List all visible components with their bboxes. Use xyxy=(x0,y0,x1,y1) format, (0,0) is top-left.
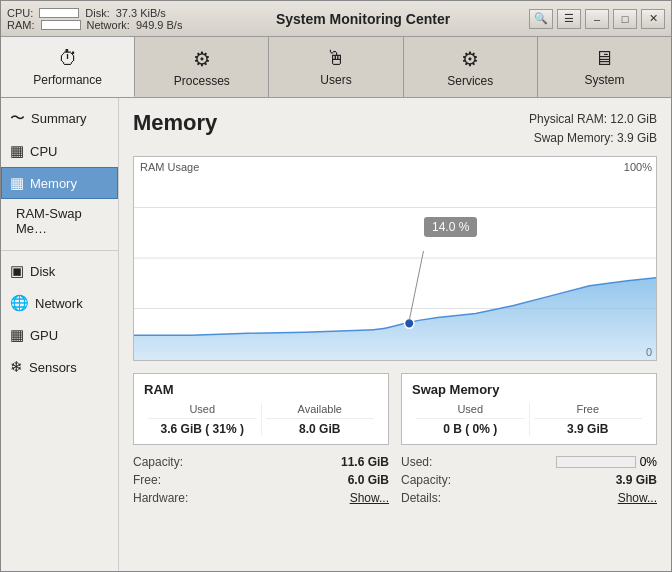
tab-system[interactable]: 🖥 System xyxy=(538,37,671,97)
detail-row: Capacity: 11.6 GiB Free: 6.0 GiB Hardwar… xyxy=(133,455,657,509)
content-area: Memory Physical RAM: 12.0 GiB Swap Memor… xyxy=(119,98,671,571)
capacity-value: 11.6 GiB xyxy=(341,455,389,469)
sidebar-divider-1 xyxy=(1,243,118,251)
swap-capacity-value: 3.9 GiB xyxy=(616,473,657,487)
svg-line-4 xyxy=(409,251,423,320)
sensors-icon: ❄ xyxy=(10,358,23,376)
swap-free-value: 3.9 GiB xyxy=(534,422,643,436)
swap-cols: Used 0 B ( 0% ) Free 3.9 GiB xyxy=(412,403,646,436)
memory-meta: Physical RAM: 12.0 GiB Swap Memory: 3.9 … xyxy=(529,110,657,148)
ram-label: RAM: xyxy=(7,19,35,31)
network-icon: 🌐 xyxy=(10,294,29,312)
menu-button[interactable]: ☰ xyxy=(557,9,581,29)
capacity-label: Capacity: xyxy=(133,455,183,469)
swap-capacity-label: Capacity: xyxy=(401,473,451,487)
sidebar-item-disk[interactable]: ▣ Disk xyxy=(1,255,118,287)
disk-value: 37.3 KiB/s xyxy=(116,7,166,19)
swap-free-label: Free xyxy=(534,403,643,419)
sidebar-item-sensors[interactable]: ❄ Sensors xyxy=(1,351,118,383)
swap-used-detail-label: Used: xyxy=(401,455,432,469)
tab-services-label: Services xyxy=(447,74,493,88)
free-value: 6.0 GiB xyxy=(348,473,389,487)
page-title: Memory xyxy=(133,110,217,136)
search-button[interactable]: 🔍 xyxy=(529,9,553,29)
tab-processes[interactable]: ⚙ Processes xyxy=(135,37,269,97)
sidebar-item-memory[interactable]: ▦ Memory xyxy=(1,167,118,199)
sidebar-summary-label: Summary xyxy=(31,111,87,126)
ram-bar xyxy=(41,20,81,30)
main-window: CPU: Disk: 37.3 KiB/s RAM: Network: 949.… xyxy=(0,0,672,572)
swap-used-col: Used 0 B ( 0% ) xyxy=(412,403,530,436)
ram-used-value: 3.6 GiB ( 31% ) xyxy=(148,422,257,436)
gpu-icon: ▦ xyxy=(10,326,24,344)
sidebar-disk-label: Disk xyxy=(30,264,55,279)
ram-cols: Used 3.6 GiB ( 31% ) Available 8.0 GiB xyxy=(144,403,378,436)
hardware-link[interactable]: Show... xyxy=(350,491,389,505)
sidebar-memory-label: Memory xyxy=(30,176,77,191)
tab-processes-label: Processes xyxy=(174,74,230,88)
tab-performance-label: Performance xyxy=(33,73,102,87)
summary-icon: 〜 xyxy=(10,109,25,128)
cpu-icon: ▦ xyxy=(10,142,24,160)
sidebar-item-gpu[interactable]: ▦ GPU xyxy=(1,319,118,351)
ram-available-label: Available xyxy=(266,403,375,419)
disk-icon: ▣ xyxy=(10,262,24,280)
sidebar-item-network[interactable]: 🌐 Network xyxy=(1,287,118,319)
swap-details-label: Details: xyxy=(401,491,441,505)
performance-icon: ⏱ xyxy=(58,47,78,70)
detail-left: Capacity: 11.6 GiB Free: 6.0 GiB Hardwar… xyxy=(133,455,389,509)
hardware-label: Hardware: xyxy=(133,491,188,505)
swap-details-link[interactable]: Show... xyxy=(618,491,657,505)
ram-title: RAM xyxy=(144,382,378,397)
sidebar-sensors-label: Sensors xyxy=(29,360,77,375)
maximize-button[interactable]: □ xyxy=(613,9,637,29)
swap-used-label: Used xyxy=(416,403,525,419)
tab-users-label: Users xyxy=(320,73,351,87)
cpu-bar xyxy=(39,8,79,18)
swap-used-pct: 0% xyxy=(640,455,657,469)
title-bar: CPU: Disk: 37.3 KiB/s RAM: Network: 949.… xyxy=(1,1,671,37)
main-area: 〜 Summary ▦ CPU ▦ Memory RAM-Swap Me… ▣ … xyxy=(1,98,671,571)
system-stats: CPU: Disk: 37.3 KiB/s RAM: Network: 949.… xyxy=(7,7,197,31)
hardware-line: Hardware: Show... xyxy=(133,491,389,505)
sidebar-network-label: Network xyxy=(35,296,83,311)
free-line: Free: 6.0 GiB xyxy=(133,473,389,487)
swap-used-detail-line: Used: 0% xyxy=(401,455,657,469)
services-icon: ⚙ xyxy=(461,47,479,71)
window-controls: 🔍 ☰ – □ ✕ xyxy=(529,9,665,29)
physical-ram-label: Physical RAM: 12.0 GiB xyxy=(529,110,657,129)
sidebar-item-summary[interactable]: 〜 Summary xyxy=(1,102,118,135)
ram-available-col: Available 8.0 GiB xyxy=(262,403,379,436)
tab-services[interactable]: ⚙ Services xyxy=(404,37,538,97)
sidebar-gpu-label: GPU xyxy=(30,328,58,343)
sidebar-item-cpu[interactable]: ▦ CPU xyxy=(1,135,118,167)
tab-system-label: System xyxy=(584,73,624,87)
ram-available-value: 8.0 GiB xyxy=(266,422,375,436)
sidebar-cpu-label: CPU xyxy=(30,144,57,159)
detail-right: Used: 0% Capacity: 3.9 GiB Detail xyxy=(401,455,657,509)
tab-performance[interactable]: ⏱ Performance xyxy=(1,37,135,97)
swap-details-line: Details: Show... xyxy=(401,491,657,505)
system-icon: 🖥 xyxy=(594,47,614,70)
swap-stats-box: Swap Memory Used 0 B ( 0% ) Free 3.9 GiB xyxy=(401,373,657,445)
chart-svg xyxy=(134,157,656,360)
memory-icon: ▦ xyxy=(10,174,24,192)
ram-stats-box: RAM Used 3.6 GiB ( 31% ) Available 8.0 G… xyxy=(133,373,389,445)
free-label: Free: xyxy=(133,473,161,487)
sidebar-ramswap-label: RAM-Swap Me… xyxy=(16,206,109,236)
content-header: Memory Physical RAM: 12.0 GiB Swap Memor… xyxy=(133,110,657,148)
swap-title: Swap Memory xyxy=(412,382,646,397)
cpu-label: CPU: xyxy=(7,7,33,19)
chart-tooltip: 14.0 % xyxy=(424,217,477,237)
swap-used-bar-container: 0% xyxy=(556,455,657,469)
swap-bar xyxy=(556,456,636,468)
minimize-button[interactable]: – xyxy=(585,9,609,29)
swap-free-col: Free 3.9 GiB xyxy=(530,403,647,436)
capacity-line: Capacity: 11.6 GiB xyxy=(133,455,389,469)
swap-capacity-line: Capacity: 3.9 GiB xyxy=(401,473,657,487)
network-label: Network: xyxy=(87,19,130,31)
sidebar-item-ram-swap[interactable]: RAM-Swap Me… xyxy=(1,199,118,243)
close-button[interactable]: ✕ xyxy=(641,9,665,29)
sidebar: 〜 Summary ▦ CPU ▦ Memory RAM-Swap Me… ▣ … xyxy=(1,98,119,571)
tab-users[interactable]: 🖱 Users xyxy=(269,37,403,97)
